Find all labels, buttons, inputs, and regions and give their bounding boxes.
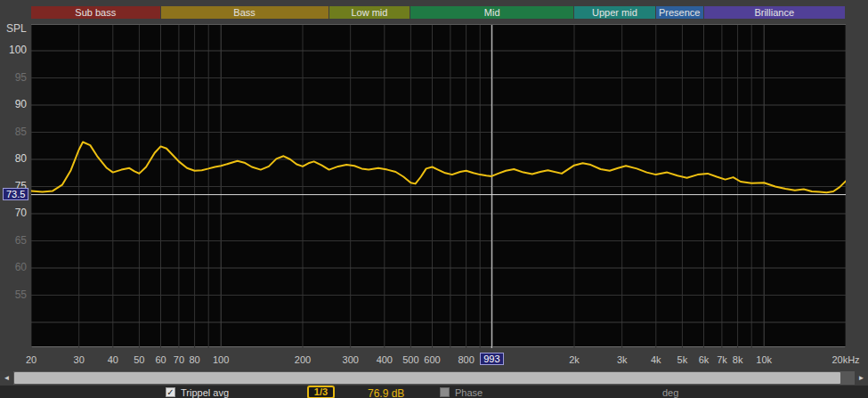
smoothing-selector[interactable]: 1/3 [307, 386, 335, 398]
x-tick-4k: 4k [637, 354, 676, 365]
plot-area[interactable] [31, 24, 846, 347]
y-tick-95: 95 [0, 71, 27, 84]
x-tick-20: 20 [12, 354, 51, 365]
band-presence: Presence [656, 6, 703, 19]
x-tick-70: 70 [159, 354, 199, 365]
x-tick-20kHz: 20kHz [826, 354, 865, 365]
y-tick-65: 65 [0, 234, 27, 247]
x-tick-3k: 3k [603, 354, 642, 365]
x-tick-300: 300 [331, 354, 370, 365]
band-sub-bass: Sub bass [31, 6, 160, 19]
unit-label: deg [662, 387, 678, 398]
x-tick-6k: 6k [685, 354, 724, 365]
x-tick-30: 30 [60, 354, 99, 365]
phase-checkbox-label: Phase [455, 387, 483, 398]
y-tick-70: 70 [0, 207, 27, 219]
x-tick-100: 100 [201, 354, 240, 365]
band-bass: Bass [161, 6, 329, 19]
scrollbar-left-button[interactable]: ◄ [0, 371, 13, 385]
x-tick-7k: 7k [702, 354, 742, 365]
y-tick-100: 100 [0, 44, 27, 56]
x-tick-60: 60 [142, 354, 181, 365]
left-arrow-icon: ◄ [4, 374, 11, 382]
check-icon: ✓ [166, 387, 174, 397]
spl-axis-title: SPL [6, 22, 27, 35]
scrollbar-thumb[interactable] [14, 372, 840, 384]
scrollbar-right-button[interactable]: ► [855, 371, 868, 385]
x-tick-40: 40 [93, 354, 133, 365]
y-tick-60: 60 [0, 261, 27, 273]
horizontal-scrollbar[interactable]: ◄ ► [0, 371, 868, 385]
x-tick-200: 200 [283, 354, 322, 365]
spl-chart [31, 25, 846, 348]
x-tick-2k: 2k [555, 354, 594, 365]
x-tick-50: 50 [119, 354, 158, 365]
right-arrow-icon: ► [858, 374, 865, 382]
y-tick-55: 55 [0, 288, 27, 301]
phase-checkbox[interactable] [440, 387, 450, 397]
band-upper-mid: Upper mid [574, 6, 655, 19]
x-tick-8k: 8k [718, 354, 758, 365]
y-tick-85: 85 [0, 126, 27, 138]
spl-analyzer-window: SPL Sub bassBassLow midMidUpper midPrese… [0, 0, 868, 398]
bottom-control-bar: ✓ Trippel avg 1/3 76.9 dB Phase deg [0, 386, 868, 398]
cursor-frequency-readout: 993 [480, 353, 503, 365]
spl-curve [31, 142, 846, 193]
x-tick-5k: 5k [662, 354, 702, 365]
cursor-spl-readout: 73.5 [3, 188, 28, 200]
average-checkbox-label: Trippel avg [181, 387, 229, 398]
y-tick-80: 80 [0, 152, 27, 165]
x-tick-10k: 10k [744, 354, 783, 365]
x-tick-500: 500 [391, 354, 430, 365]
cursor-db-readout: 76.9 dB [368, 387, 404, 398]
frequency-band-strip: Sub bassBassLow midMidUpper midPresenceB… [0, 6, 868, 19]
x-tick-400: 400 [365, 354, 404, 365]
average-checkbox[interactable]: ✓ [166, 387, 175, 397]
band-low-mid: Low mid [329, 6, 410, 19]
band-mid: Mid [410, 6, 573, 19]
band-brilliance: Brilliance [704, 6, 845, 19]
x-tick-600: 600 [413, 354, 452, 365]
y-tick-90: 90 [0, 98, 27, 110]
x-tick-80: 80 [175, 354, 215, 365]
